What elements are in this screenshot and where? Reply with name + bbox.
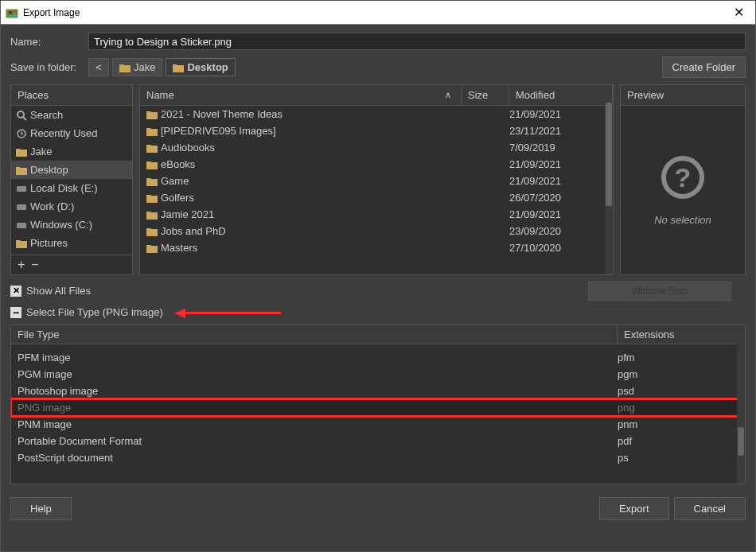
file-row[interactable]: Jamie 202121/09/2021: [140, 206, 613, 223]
place-item[interactable]: Pictures: [11, 234, 132, 252]
place-label: Pictures: [30, 237, 68, 249]
file-type-row[interactable]: Portable Document Formatpdf: [11, 433, 745, 449]
file-modified: 27/10/2020: [509, 242, 606, 254]
file-type-name: PFM image: [18, 352, 618, 363]
save-in-folder-label: Save in folder:: [10, 61, 82, 73]
file-type-name: Photoshop image: [18, 385, 618, 397]
folder-icon: [16, 239, 27, 248]
file-type-panel: File Type Extensions PFM imagepfmPGM ima…: [10, 325, 746, 484]
file-row[interactable]: [PIPEDRIVE095 Images]23/11/2021: [140, 122, 613, 139]
help-button[interactable]: Help: [10, 497, 72, 520]
folder-icon: [146, 193, 158, 203]
file-modified: 21/09/2021: [509, 175, 606, 187]
place-label: Jake: [30, 146, 52, 157]
file-row[interactable]: Masters27/10/2020: [140, 239, 613, 256]
annotation-arrow: [174, 306, 281, 318]
window-snip-overlay: Window Snip: [588, 282, 731, 301]
close-button[interactable]: ✕: [727, 3, 750, 21]
file-row[interactable]: 2021 - Novel Theme Ideas21/09/2021: [140, 106, 613, 122]
breadcrumb-desktop[interactable]: Desktop: [166, 58, 235, 76]
question-icon: ?: [661, 155, 705, 200]
name-label: Name:: [10, 36, 82, 48]
folder-icon: [173, 63, 184, 72]
file-type-row[interactable]: PostScript documentps: [11, 449, 745, 466]
file-name: [PIPEDRIVE095 Images]: [161, 125, 276, 137]
file-type-ext: pnm: [618, 418, 738, 430]
place-item[interactable]: Recently Used: [11, 124, 132, 142]
show-all-label: Show All Files: [26, 285, 91, 297]
show-all-checkbox[interactable]: ✕: [10, 286, 21, 297]
select-file-type-label[interactable]: Select File Type (PNG image): [26, 306, 163, 318]
file-type-ext: psd: [618, 385, 738, 397]
search-icon: [16, 110, 27, 121]
file-modified: 23/09/2020: [509, 225, 606, 237]
window-title: Export Image: [23, 7, 80, 18]
file-list-panel: Name ∧ Size Modified 2021 - Novel Theme …: [139, 84, 614, 275]
create-folder-button[interactable]: Create Folder: [662, 56, 746, 78]
place-item[interactable]: Jake: [11, 142, 132, 161]
disk-icon: [16, 184, 27, 193]
file-type-name: PostScript document: [18, 452, 618, 464]
place-item[interactable]: Work (D:): [11, 197, 132, 216]
remove-place-button[interactable]: −: [31, 258, 38, 272]
sort-asc-icon: ∧: [445, 90, 451, 100]
svg-text:?: ?: [675, 162, 692, 192]
file-type-name: PNG image: [18, 402, 618, 414]
breadcrumb-back[interactable]: <: [88, 58, 109, 76]
places-panel: Places SearchRecently UsedJakeDesktopLoc…: [10, 84, 133, 275]
file-type-name: PNM image: [18, 418, 618, 430]
folder-icon: [16, 165, 27, 175]
recent-icon: [16, 128, 27, 139]
place-label: Desktop: [30, 164, 68, 176]
file-type-scrollbar[interactable]: [737, 343, 745, 484]
file-row[interactable]: eBooks21/09/2021: [140, 156, 613, 173]
folder-icon: [146, 177, 158, 186]
file-type-row[interactable]: PNM imagepnm: [11, 416, 745, 433]
column-header-extensions[interactable]: Extensions: [618, 325, 745, 344]
column-header-name[interactable]: Name ∧: [140, 85, 462, 105]
folder-icon: [146, 243, 158, 253]
folder-icon: [146, 227, 158, 236]
folder-icon: [16, 147, 27, 157]
file-type-row[interactable]: Photoshop imagepsd: [11, 383, 745, 399]
disk-icon: [16, 220, 27, 230]
folder-icon: [146, 160, 158, 169]
preview-panel: Preview ? No selection: [620, 84, 746, 275]
folder-icon: [146, 143, 158, 153]
breadcrumb-jake[interactable]: Jake: [112, 58, 162, 76]
column-header-size[interactable]: Size: [462, 85, 509, 105]
file-type-row[interactable]: PGM imagepgm: [11, 366, 745, 383]
file-type-row[interactable]: PFM imagepfm: [11, 349, 745, 366]
place-item[interactable]: Search: [11, 106, 132, 124]
column-header-modified[interactable]: Modified: [509, 85, 613, 105]
file-modified: 23/11/2021: [509, 125, 606, 137]
folder-icon: [146, 110, 158, 119]
file-row[interactable]: Audiobooks7/09/2019: [140, 139, 613, 156]
place-label: Local Disk (E:): [30, 182, 98, 194]
file-row[interactable]: Jobs and PhD23/09/2020: [140, 223, 613, 239]
file-list-scrollbar[interactable]: [605, 103, 613, 274]
file-row[interactable]: Golfers26/07/2020: [140, 189, 613, 206]
place-label: Windows (C:): [30, 219, 92, 231]
breadcrumb: < Jake Desktop: [88, 58, 236, 76]
file-type-expander[interactable]: −: [10, 307, 21, 318]
filename-input[interactable]: [88, 33, 746, 50]
places-header: Places: [11, 85, 132, 106]
folder-icon: [119, 63, 131, 72]
export-button[interactable]: Export: [599, 497, 669, 520]
file-row[interactable]: Game21/09/2021: [140, 173, 613, 189]
column-header-file-type[interactable]: File Type: [11, 325, 618, 344]
cancel-button[interactable]: Cancel: [674, 497, 746, 520]
file-type-ext: ps: [618, 452, 738, 464]
place-label: Search: [30, 109, 63, 121]
add-place-button[interactable]: +: [18, 258, 25, 272]
file-type-row[interactable]: PNG imagepng: [11, 399, 745, 416]
place-item[interactable]: Desktop: [11, 161, 132, 179]
file-type-name: Portable Document Format: [18, 435, 618, 447]
place-item[interactable]: Local Disk (E:): [11, 179, 132, 197]
file-name: Game: [161, 175, 189, 187]
file-name: Jamie 2021: [161, 208, 214, 220]
file-type-ext: pdf: [618, 435, 738, 447]
svg-point-10: [24, 226, 25, 227]
place-item[interactable]: Windows (C:): [11, 216, 132, 234]
